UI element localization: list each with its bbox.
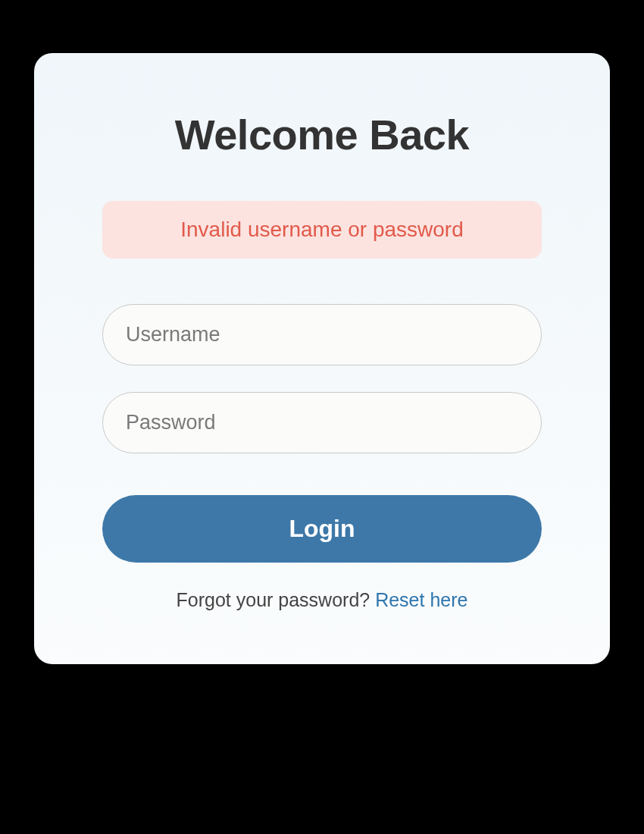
error-banner: Invalid username or password: [102, 201, 542, 259]
login-card: Welcome Back Invalid username or passwor…: [34, 53, 610, 664]
footer-text: Forgot your password? Reset here: [102, 589, 542, 611]
page-title: Welcome Back: [102, 110, 542, 159]
password-field[interactable]: [102, 392, 542, 453]
username-field[interactable]: [102, 304, 542, 365]
forgot-password-label: Forgot your password?: [177, 589, 376, 610]
reset-password-link[interactable]: Reset here: [375, 589, 467, 610]
login-button[interactable]: Login: [102, 495, 542, 563]
